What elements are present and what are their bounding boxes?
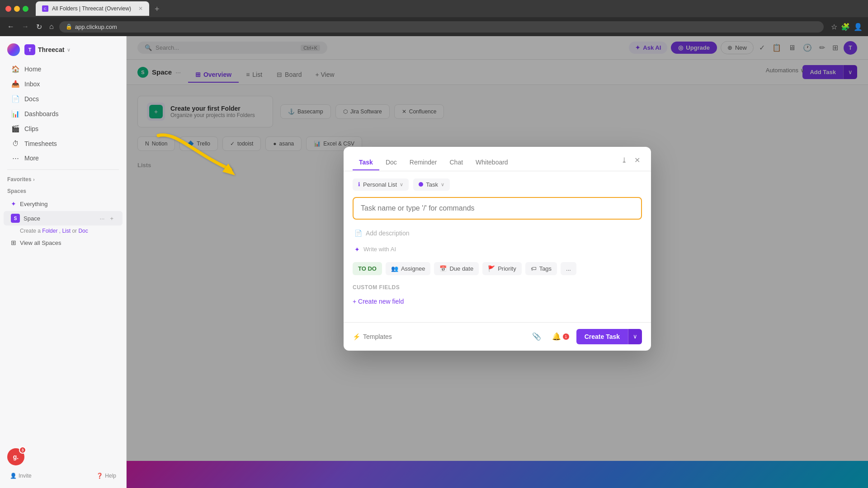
calendar-icon: 📅	[439, 265, 447, 272]
more-actions-button[interactable]: ...	[561, 262, 576, 275]
modal-selectors: ℹ Personal List ∨ Task ∨	[353, 178, 642, 191]
help-icon: ❓	[96, 473, 103, 479]
modal-overlay[interactable]: Task Doc Reminder Chat Whiteboard	[127, 36, 868, 488]
sidebar-nav: 🏠 Home 📥 Inbox 📄 Docs 📊 Dashboards 🎬 Cli…	[0, 61, 126, 166]
modal-header: Task Doc Reminder Chat Whiteboard	[344, 147, 651, 171]
address-bar-row: ← → ↻ ⌂ 🔒 app.clickup.com ☆ 🧩 👤	[0, 17, 868, 36]
invite-icon: 👤	[10, 473, 17, 479]
personal-list-icon: ℹ	[358, 181, 360, 188]
notification-badge: 1	[563, 333, 569, 340]
close-modal-button[interactable]: ✕	[632, 154, 642, 166]
minimize-modal-button[interactable]: ⤓	[619, 154, 629, 166]
sidebar-item-inbox[interactable]: 📥 Inbox	[4, 77, 123, 91]
create-task-chevron[interactable]: ∨	[628, 329, 642, 344]
ai-sparkle-modal-icon: ✦	[354, 246, 360, 253]
timesheets-icon: ⏱	[11, 140, 20, 147]
create-list-link[interactable]: List	[62, 228, 71, 234]
workspace-header[interactable]: T Threecat ∨	[24, 44, 71, 55]
invite-button[interactable]: 👤 Invite	[7, 471, 34, 481]
create-new-field-button[interactable]: + Create new field	[353, 295, 404, 308]
main-content: 🔍 Search... Ctrl+K ✦ Ask AI ◎ Upgrade ⊕ …	[127, 36, 868, 488]
minimize-light[interactable]	[14, 6, 20, 12]
close-light[interactable]	[5, 6, 11, 12]
bookmark-icon[interactable]: ☆	[831, 23, 837, 31]
arrow-annotation	[149, 127, 258, 192]
sidebar-item-home[interactable]: 🏠 Home	[4, 62, 123, 76]
task-actions-row: TO DO 👥 Assignee 📅 Due date 🚩 Priority	[353, 262, 642, 275]
modal-footer: ⚡ Templates 📎 🔔 1 Create Task ∨	[344, 322, 651, 351]
user-avatar[interactable]: g. 3	[7, 448, 24, 465]
priority-icon: 🚩	[488, 265, 495, 272]
user-badge: 3	[19, 446, 26, 454]
extensions-icon[interactable]: 🧩	[841, 23, 850, 31]
task-type-selector[interactable]: Task ∨	[413, 178, 450, 191]
create-links: Create a Folder , List or Doc	[0, 226, 126, 236]
address-bar[interactable]: 🔒 app.clickup.com	[59, 21, 824, 33]
profile-icon[interactable]: 👤	[854, 23, 863, 31]
assignee-icon: 👥	[391, 265, 398, 272]
templates-icon: ⚡	[353, 333, 360, 340]
browser-chrome: C All Folders | Threecat (Overview) ✕ +	[0, 0, 868, 17]
workspace-avatar: T	[24, 44, 35, 55]
sidebar-item-space[interactable]: S Space ··· +	[4, 211, 123, 225]
custom-fields-section: Custom Fields + Create new field	[353, 284, 642, 308]
templates-button[interactable]: ⚡ Templates	[353, 333, 392, 340]
more-icon: ⋯	[11, 154, 20, 162]
everything-icon: ✦	[11, 200, 16, 207]
modal-tab-doc[interactable]: Doc	[379, 155, 403, 170]
tags-button[interactable]: 🏷 Tags	[525, 262, 557, 275]
new-tab-button[interactable]: +	[150, 3, 164, 16]
sidebar-item-timesheets[interactable]: ⏱ Timesheets	[4, 136, 123, 150]
active-tab[interactable]: C All Folders | Threecat (Overview) ✕	[36, 1, 149, 16]
forward-button[interactable]: →	[20, 21, 31, 33]
sidebar-item-more[interactable]: ⋯ More	[4, 151, 123, 165]
view-all-spaces[interactable]: ⊞ View all Spaces	[4, 236, 123, 249]
sidebar-item-dashboards[interactable]: 📊 Dashboards	[4, 107, 123, 121]
tags-icon: 🏷	[531, 265, 537, 272]
custom-fields-label: Custom Fields	[353, 284, 642, 291]
inbox-icon: 📥	[11, 80, 20, 88]
workspace-name: Threecat	[38, 46, 64, 53]
space-add-btn[interactable]: +	[108, 214, 115, 223]
sidebar-item-docs[interactable]: 📄 Docs	[4, 92, 123, 106]
spaces-section-label[interactable]: Spaces	[0, 185, 126, 197]
svg-marker-0	[222, 164, 235, 175]
footer-actions: 📎 🔔 1 Create Task ∨	[528, 329, 642, 344]
sidebar-item-everything[interactable]: ✦ Everything	[4, 197, 123, 210]
assignee-button[interactable]: 👥 Assignee	[386, 262, 430, 275]
sidebar-item-clips[interactable]: 🎬 Clips	[4, 122, 123, 136]
add-description-row[interactable]: 📄 Add description	[353, 226, 642, 240]
create-task-button-group: Create Task ∨	[576, 329, 642, 344]
notification-button[interactable]: 🔔 1	[548, 330, 573, 343]
create-task-button[interactable]: Create Task	[576, 329, 628, 344]
back-button[interactable]: ←	[5, 21, 16, 33]
space-more-btn[interactable]: ···	[98, 214, 107, 223]
reload-button[interactable]: ↻	[34, 21, 44, 33]
help-button[interactable]: ❓ Help	[94, 471, 119, 481]
favorites-section-label[interactable]: Favorites ›	[0, 174, 126, 185]
create-task-modal: Task Doc Reminder Chat Whiteboard	[344, 147, 651, 351]
create-doc-link[interactable]: Doc	[78, 228, 88, 234]
space-icon: S	[11, 214, 20, 223]
modal-tab-reminder[interactable]: Reminder	[403, 155, 443, 170]
modal-body: ℹ Personal List ∨ Task ∨	[344, 171, 651, 322]
modal-tab-task[interactable]: Task	[353, 155, 379, 170]
modal-tab-whiteboard[interactable]: Whiteboard	[469, 155, 514, 170]
sidebar: T Threecat ∨ 🏠 Home 📥 Inbox 📄 Docs 📊 Das…	[0, 36, 127, 488]
maximize-light[interactable]	[23, 6, 28, 12]
description-icon: 📄	[354, 230, 362, 237]
app-logo	[7, 43, 20, 56]
write-with-ai-row[interactable]: ✦ Write with AI	[353, 242, 642, 257]
attachment-button[interactable]: 📎	[528, 330, 545, 343]
create-folder-link[interactable]: Folder	[42, 228, 57, 234]
traffic-lights	[5, 6, 28, 12]
grid-icon: ⊞	[11, 239, 16, 246]
priority-button[interactable]: 🚩 Priority	[482, 262, 521, 275]
due-date-button[interactable]: 📅 Due date	[434, 262, 479, 275]
modal-tab-chat[interactable]: Chat	[443, 155, 469, 170]
home-icon: 🏠	[11, 65, 20, 73]
home-button[interactable]: ⌂	[47, 21, 56, 33]
task-name-input[interactable]	[353, 197, 642, 220]
personal-list-selector[interactable]: ℹ Personal List ∨	[353, 178, 409, 191]
status-button[interactable]: TO DO	[353, 262, 382, 275]
